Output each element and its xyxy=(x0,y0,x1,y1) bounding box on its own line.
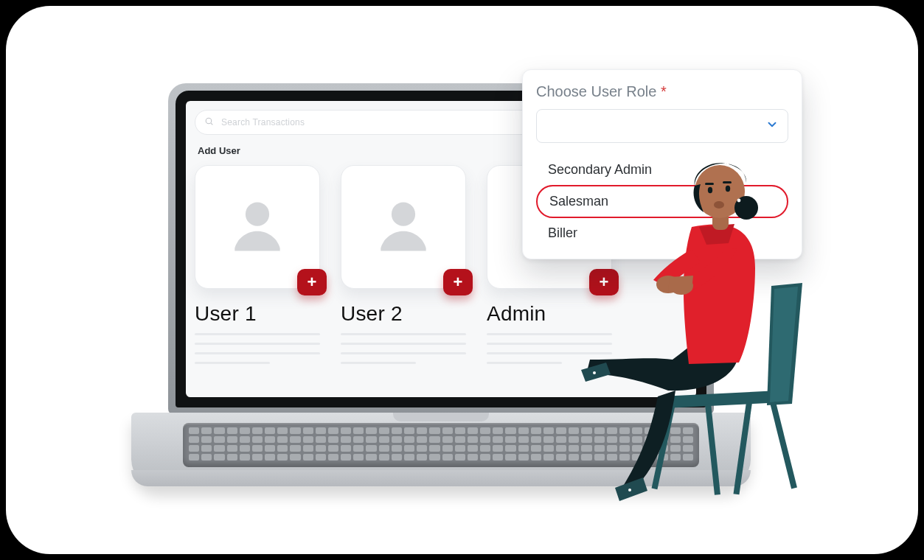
avatar-icon xyxy=(223,192,291,262)
placeholder-lines xyxy=(487,333,612,364)
add-badge[interactable]: + xyxy=(589,269,619,295)
avatar-icon xyxy=(369,192,437,262)
placeholder-lines xyxy=(341,333,466,364)
svg-point-2 xyxy=(246,203,269,226)
svg-line-1 xyxy=(211,123,212,125)
required-mark: * xyxy=(661,83,667,99)
role-options: Secondary Admin Salesman Biller xyxy=(536,155,788,248)
role-panel: Choose User Role * Secondary Admin Sales… xyxy=(522,69,802,259)
search-icon xyxy=(204,116,214,128)
svg-point-0 xyxy=(206,118,212,124)
laptop-base xyxy=(131,413,751,486)
placeholder-lines xyxy=(195,333,320,364)
add-badge[interactable]: + xyxy=(443,269,473,295)
role-select[interactable] xyxy=(536,109,788,143)
keyboard xyxy=(183,423,699,467)
user-card-label: User 1 xyxy=(195,302,320,326)
role-option-secondary-admin[interactable]: Secondary Admin xyxy=(536,155,788,185)
role-panel-title: Choose User Role * xyxy=(536,83,788,100)
viewport-frame: Search Transactions + Add User Add User xyxy=(6,6,918,554)
user-card-label: Admin xyxy=(487,302,612,326)
add-badge[interactable]: + xyxy=(297,269,327,295)
user-card[interactable]: + User 2 xyxy=(341,165,466,371)
role-option-salesman[interactable]: Salesman xyxy=(536,185,788,218)
user-card[interactable]: + User 1 xyxy=(195,165,320,371)
chevron-down-icon xyxy=(765,118,779,134)
role-option-biller[interactable]: Biller xyxy=(536,218,788,248)
svg-point-3 xyxy=(392,203,415,226)
user-card-label: User 2 xyxy=(341,302,466,326)
